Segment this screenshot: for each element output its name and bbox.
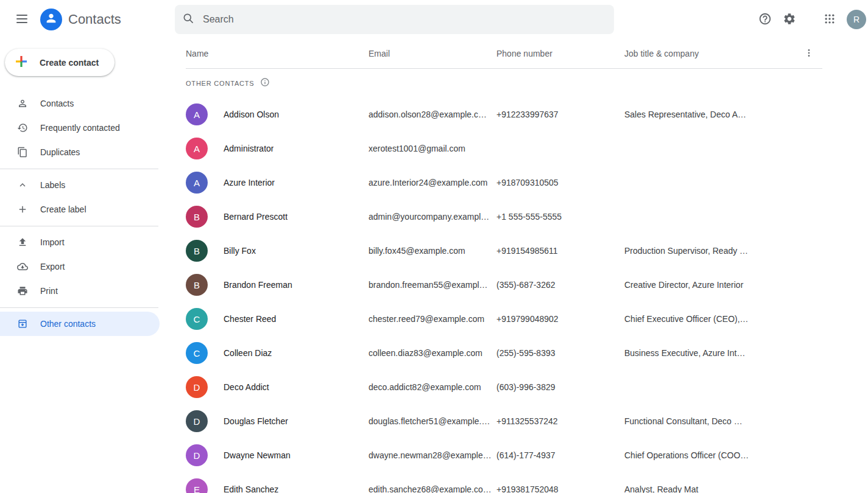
contacts-logo[interactable]: [40, 9, 62, 30]
gear-icon: [783, 12, 796, 27]
contact-avatar[interactable]: B: [186, 206, 208, 228]
contact-row[interactable]: A Azure Interior azure.Interior24@exampl…: [186, 166, 822, 200]
contact-avatar[interactable]: D: [186, 444, 208, 466]
contact-job: Chief Executive Officer (CEO),…: [624, 314, 822, 324]
contact-avatar[interactable]: A: [186, 172, 208, 194]
contact-row[interactable]: A Administrator xerotest1001@gmail.com: [186, 131, 822, 166]
main-menu-button[interactable]: [7, 5, 37, 34]
topbar-left: Contacts: [0, 5, 171, 34]
contact-name: Brandon Freeman: [224, 280, 292, 290]
info-button[interactable]: [258, 76, 272, 91]
sidebar-item-contacts[interactable]: Contacts: [0, 91, 160, 116]
contact-name-cell: D Deco Addict: [186, 376, 369, 398]
contact-job: Production Supervisor, Ready …: [624, 246, 822, 256]
contact-email: admin@yourcompany.exampl…: [369, 212, 496, 222]
contact-avatar[interactable]: A: [186, 103, 208, 125]
search-icon: [182, 12, 194, 27]
contact-phone: +918709310505: [496, 178, 624, 187]
contact-row[interactable]: B Bernard Prescott admin@yourcompany.exa…: [186, 200, 822, 234]
info-icon: [260, 77, 270, 89]
contact-row[interactable]: A Addison Olson addison.olson28@example.…: [186, 97, 822, 131]
sidebar-divider: [0, 307, 158, 308]
settings-button[interactable]: [777, 7, 802, 32]
contact-avatar-letter: B: [194, 246, 200, 256]
contact-email: addison.olson28@example.c…: [369, 110, 496, 119]
sidebar-item-import[interactable]: Import: [0, 230, 160, 254]
contact-row[interactable]: C Colleen Diaz colleen.diaz83@example.co…: [186, 336, 822, 370]
contact-phone: (355)-687-3262: [496, 280, 624, 290]
contact-job: Business Executive, Azure Int…: [624, 348, 822, 358]
contact-name-cell: C Chester Reed: [186, 308, 369, 330]
contact-avatar[interactable]: B: [186, 274, 208, 296]
other-contacts-icon: [17, 318, 28, 329]
google-apps-button[interactable]: [817, 7, 842, 32]
search-input[interactable]: [203, 14, 607, 25]
contact-avatar[interactable]: D: [186, 376, 208, 398]
google-plus-icon: [14, 54, 29, 71]
contact-row[interactable]: B Brandon Freeman brandon.freeman55@exam…: [186, 268, 822, 302]
sidebar-section-labels[interactable]: Labels: [0, 173, 160, 197]
contact-row[interactable]: D Deco Addict deco.addict82@example.com …: [186, 370, 822, 404]
contact-name: Azure Interior: [224, 178, 275, 187]
contact-row[interactable]: B Billy Fox billy.fox45@example.com +919…: [186, 234, 822, 268]
contact-email: colleen.diaz83@example.com: [369, 348, 496, 358]
contact-name-cell: B Billy Fox: [186, 240, 369, 262]
search-bar[interactable]: [175, 5, 614, 34]
contact-name-cell: D Dwayne Newman: [186, 444, 369, 466]
contact-row[interactable]: D Dwayne Newman dwayne.newman28@example……: [186, 438, 822, 472]
contact-job: Chief Operations Officer (COO…: [624, 450, 822, 460]
sidebar-divider: [0, 226, 158, 226]
sidebar-item-create-label[interactable]: Create label: [0, 197, 160, 222]
sidebar-item-label: Import: [40, 237, 65, 247]
kebab-icon: [804, 48, 814, 60]
account-avatar[interactable]: R: [847, 10, 866, 29]
contact-avatar[interactable]: C: [186, 308, 208, 330]
column-header-phone[interactable]: Phone number: [496, 49, 624, 58]
sidebar-item-label: Duplicates: [40, 147, 80, 157]
sidebar-item-label: Frequently contacted: [40, 123, 120, 133]
sidebar-item-other-contacts[interactable]: Other contacts: [0, 312, 160, 336]
sidebar-item-label: Create label: [40, 205, 86, 214]
contact-row[interactable]: C Chester Reed chester.reed79@example.co…: [186, 302, 822, 336]
contact-phone: +919799048902: [496, 314, 624, 324]
table-header: Name Email Phone number Job title & comp…: [186, 39, 822, 69]
contact-avatar-letter: D: [194, 382, 200, 393]
contact-avatar[interactable]: B: [186, 240, 208, 262]
contact-email: xerotest1001@gmail.com: [369, 144, 496, 153]
cloud-download-icon: [17, 261, 28, 272]
column-header-job[interactable]: Job title & company: [624, 49, 822, 58]
contact-name: Deco Addict: [224, 382, 269, 392]
contact-phone: (255)-595-8393: [496, 348, 624, 358]
upload-icon: [17, 237, 28, 248]
column-header-email[interactable]: Email: [369, 49, 496, 58]
contact-avatar-letter: D: [194, 416, 200, 427]
create-contact-button[interactable]: Create contact: [5, 49, 115, 76]
column-header-name[interactable]: Name: [186, 49, 369, 58]
contact-row[interactable]: D Douglas Fletcher douglas.fletcher51@ex…: [186, 404, 822, 438]
contact-avatar[interactable]: C: [186, 342, 208, 364]
sidebar-item-print[interactable]: Print: [0, 279, 160, 303]
contact-name: Douglas Fletcher: [224, 416, 288, 426]
list-options-button[interactable]: [797, 41, 821, 66]
contact-email: azure.Interior24@example.com: [369, 178, 496, 187]
contact-avatar[interactable]: A: [186, 138, 208, 159]
contact-avatar[interactable]: E: [186, 478, 208, 493]
contact-avatar-letter: A: [194, 178, 200, 188]
contact-email: chester.reed79@example.com: [369, 314, 496, 324]
contact-job: Sales Representative, Deco A…: [624, 110, 822, 119]
contact-email: edith.sanchez68@example.co…: [369, 484, 496, 493]
contact-phone: +919381752048: [496, 484, 624, 493]
help-button[interactable]: [753, 7, 777, 32]
contact-name-cell: E Edith Sanchez: [186, 478, 369, 493]
contact-avatar[interactable]: D: [186, 410, 208, 432]
create-contact-label: Create contact: [40, 58, 99, 68]
app-title: Contacts: [68, 12, 121, 27]
contact-row[interactable]: E Edith Sanchez edith.sanchez68@example.…: [186, 472, 822, 493]
sidebar-item-export[interactable]: Export: [0, 254, 160, 279]
contact-avatar-letter: B: [194, 280, 200, 290]
contact-name-cell: A Administrator: [186, 138, 369, 159]
sidebar-item-duplicates[interactable]: Duplicates: [0, 140, 160, 164]
chevron-up-icon: [17, 180, 28, 191]
sidebar-item-frequently-contacted[interactable]: Frequently contacted: [0, 116, 160, 140]
contact-email: brandon.freeman55@exampl…: [369, 280, 496, 290]
